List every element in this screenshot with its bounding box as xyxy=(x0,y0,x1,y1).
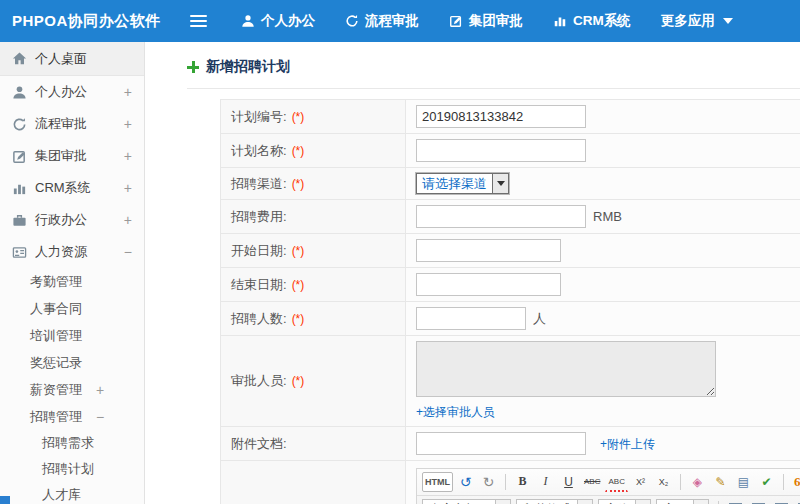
sidebar-item-label: 考勤管理 xyxy=(30,273,82,291)
sidebar-item-hr-contract[interactable]: 人事合同 xyxy=(0,295,144,322)
nav-more-apps[interactable]: 更多应用 xyxy=(661,12,733,30)
channel-select[interactable]: 请选择渠道 xyxy=(416,173,509,194)
paste-button[interactable]: ▤ xyxy=(733,472,754,492)
expand-icon[interactable]: + xyxy=(124,149,132,163)
sidebar-item-human-resources[interactable]: 人力资源 − xyxy=(0,236,144,268)
undo-button[interactable]: ↺ xyxy=(455,472,476,492)
sidebar-item-rewards[interactable]: 奖惩记录 xyxy=(0,349,144,376)
nav-group-approval[interactable]: 集团审批 xyxy=(449,12,523,30)
nav-label: 个人办公 xyxy=(261,12,315,30)
app-title: PHPOA协同办公软件 xyxy=(0,12,162,31)
expand-icon[interactable]: + xyxy=(124,85,132,99)
sidebar-item-label: 人才库 xyxy=(42,486,81,504)
refresh-icon xyxy=(12,117,27,132)
sidebar-item-label: 人事合同 xyxy=(30,300,82,318)
headcount-input[interactable] xyxy=(416,307,526,330)
nav-crm-system[interactable]: CRM系统 xyxy=(553,12,631,30)
sidebar-item-recruitment[interactable]: 招聘管理− xyxy=(0,403,144,430)
subscript-button[interactable]: X₂ xyxy=(653,472,674,492)
custom-title-select[interactable]: 自定义标题 xyxy=(422,499,511,504)
field-label: 开始日期: xyxy=(231,243,287,258)
headcount-unit: 人 xyxy=(533,311,546,326)
redo-button[interactable]: ↻ xyxy=(478,472,499,492)
choose-approvers-link[interactable]: +选择审批人员 xyxy=(416,405,495,419)
sidebar-item-salary[interactable]: 薪资管理+ xyxy=(0,376,144,403)
html-source-button[interactable]: HTML xyxy=(422,472,453,492)
scroll-corner xyxy=(0,496,10,504)
underline-button[interactable]: U xyxy=(558,472,579,492)
edit-icon xyxy=(449,14,463,28)
start-date-input[interactable] xyxy=(416,239,561,262)
attachment-upload-link[interactable]: +附件上传 xyxy=(600,437,655,451)
user-icon xyxy=(12,85,27,100)
sidebar-item-label: 个人办公 xyxy=(35,83,87,101)
format-painter-button[interactable]: ✎ xyxy=(710,472,731,492)
end-date-input[interactable] xyxy=(416,273,561,296)
field-label: 审批人员: xyxy=(231,373,287,388)
sidebar-item-crm-system[interactable]: CRM系统 + xyxy=(0,172,144,204)
align-right-button[interactable] xyxy=(771,499,792,504)
form-row-headcount: 招聘人数:(*) 人 xyxy=(221,302,800,336)
paragraph-format-select[interactable]: 段落格式 xyxy=(516,499,593,504)
align-left-button[interactable] xyxy=(725,499,746,504)
bold-button[interactable]: B xyxy=(512,472,533,492)
sidebar-item-personal-office[interactable]: 个人办公 + xyxy=(0,76,144,108)
chevron-down-icon xyxy=(577,500,592,504)
select-value: 字号 xyxy=(657,500,693,504)
sidebar-item-recruit-plan[interactable]: 招聘计划 xyxy=(0,456,144,482)
font-family-select[interactable]: 字体 xyxy=(598,499,651,504)
sidebar-item-training[interactable]: 培训管理 xyxy=(0,322,144,349)
sidebar-item-recruit-demand[interactable]: 招聘需求 xyxy=(0,430,144,456)
plan-name-input[interactable] xyxy=(416,139,586,162)
field-label: 附件文档: xyxy=(231,436,287,451)
remove-format-button[interactable]: ◈ xyxy=(687,472,708,492)
chart-icon xyxy=(553,14,567,28)
field-label: 招聘渠道: xyxy=(231,176,287,191)
collapse-icon[interactable]: − xyxy=(124,245,132,259)
refresh-icon xyxy=(345,14,359,28)
sidebar-item-admin-office[interactable]: 行政办公 + xyxy=(0,204,144,236)
form-row-plan-name: 计划名称:(*) xyxy=(221,134,800,168)
user-icon xyxy=(241,14,255,28)
expand-icon[interactable]: + xyxy=(96,383,104,397)
divider xyxy=(680,474,681,490)
italic-button[interactable]: I xyxy=(535,472,556,492)
fee-input[interactable] xyxy=(416,205,586,228)
chevron-down-icon xyxy=(693,500,708,504)
recruit-plan-form: 计划编号:(*) 计划名称:(*) 招聘渠道:(*) 请选择渠道 招聘费用: R… xyxy=(220,99,800,504)
strikethrough-button[interactable]: ABC xyxy=(581,472,603,492)
attachment-input[interactable] xyxy=(416,432,586,455)
sidebar-item-attendance[interactable]: 考勤管理 xyxy=(0,268,144,295)
divider xyxy=(783,474,784,490)
blockquote-button[interactable]: 66 xyxy=(790,472,800,492)
form-row-attachment: 附件文档: +附件上传 xyxy=(221,427,800,461)
nav-personal-office[interactable]: 个人办公 xyxy=(241,12,315,30)
chevron-down-icon xyxy=(635,500,650,504)
sidebar-item-personal-desktop[interactable]: 个人桌面 xyxy=(0,42,144,76)
sidebar-item-talent-pool[interactable]: 人才库 xyxy=(0,482,144,504)
sidebar-item-label: 招聘计划 xyxy=(42,460,94,478)
hamburger-menu-icon[interactable] xyxy=(190,15,207,27)
collapse-icon[interactable]: − xyxy=(96,410,104,424)
sidebar-item-label: 培训管理 xyxy=(30,327,82,345)
expand-icon[interactable]: + xyxy=(124,213,132,227)
spellcheck-button[interactable]: ABC xyxy=(605,472,627,492)
required-mark: (*) xyxy=(292,312,305,326)
approvers-textarea[interactable] xyxy=(416,341,716,397)
sidebar-item-process-approval[interactable]: 流程审批 + xyxy=(0,108,144,140)
divider xyxy=(505,474,506,490)
sidebar-item-label: 招聘需求 xyxy=(42,434,94,452)
select-value: 自定义标题 xyxy=(423,500,495,504)
sidebar-item-group-approval[interactable]: 集团审批 + xyxy=(0,140,144,172)
expand-icon[interactable]: + xyxy=(124,117,132,131)
superscript-button[interactable]: X² xyxy=(630,472,651,492)
page-title: 新增招聘计划 xyxy=(187,58,800,89)
align-center-button[interactable] xyxy=(748,499,769,504)
plan-no-input[interactable] xyxy=(416,105,586,128)
nav-process-approval[interactable]: 流程审批 xyxy=(345,12,419,30)
chevron-down-icon xyxy=(495,500,510,504)
check-button[interactable]: ✔ xyxy=(756,472,777,492)
font-size-select[interactable]: 字号 xyxy=(656,499,709,504)
align-justify-button[interactable] xyxy=(794,499,800,504)
expand-icon[interactable]: + xyxy=(124,181,132,195)
